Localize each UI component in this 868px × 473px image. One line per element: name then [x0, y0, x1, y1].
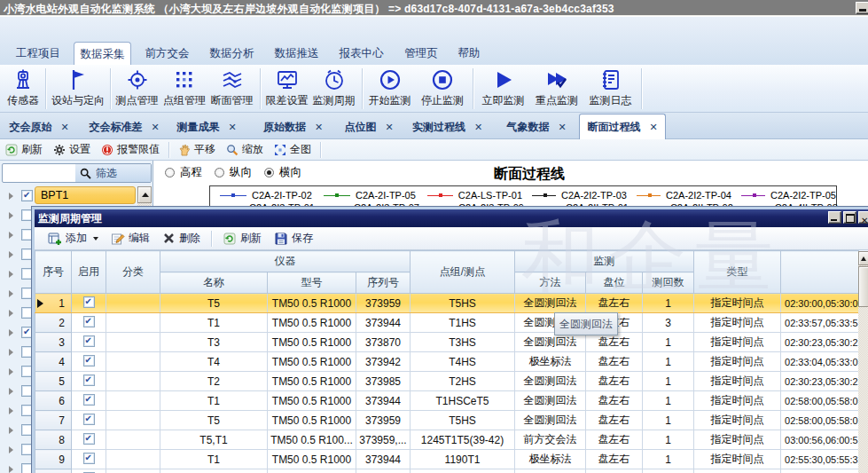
expander-icon[interactable]: [9, 388, 13, 395]
minimize-button[interactable]: [856, 2, 868, 14]
row-checkbox[interactable]: [83, 335, 95, 347]
cell-category[interactable]: [106, 352, 160, 372]
expander-icon[interactable]: [9, 446, 13, 453]
document-tab[interactable]: 原始数据 ✕: [254, 115, 332, 139]
cell-cycles[interactable]: 1: [643, 294, 694, 313]
save-button[interactable]: 保存: [268, 229, 319, 248]
cell-name[interactable]: T2: [160, 372, 268, 391]
column-header-face[interactable]: 盘位: [586, 272, 643, 294]
cell-category[interactable]: [106, 450, 160, 469]
cell-face[interactable]: 盘左右: [586, 450, 643, 469]
cell-face[interactable]: 盘左右: [586, 352, 643, 372]
grid-vertical-scrollbar[interactable]: [858, 251, 868, 473]
cell-model[interactable]: TM50 0.5 R1000: [268, 352, 356, 372]
cell-enabled[interactable]: [72, 450, 106, 469]
cell-serial[interactable]: 373944: [356, 313, 411, 333]
cell-face[interactable]: [586, 469, 643, 473]
document-tab[interactable]: 实测过程线 ✕: [403, 115, 491, 139]
row-checkbox[interactable]: [83, 433, 95, 445]
cell-time[interactable]: 02:30:23,05:30:2: [781, 372, 859, 391]
cell-cycles[interactable]: [643, 469, 694, 473]
close-tab-icon[interactable]: ✕: [60, 122, 68, 133]
expander-icon[interactable]: [9, 310, 13, 317]
cell-category[interactable]: [106, 313, 160, 333]
cell-type[interactable]: 指定时间点: [694, 294, 781, 313]
cell-enabled[interactable]: [72, 469, 106, 473]
cell-enabled[interactable]: [72, 352, 106, 372]
cell-cycles[interactable]: 1: [643, 333, 694, 352]
cell-serial[interactable]: 373959: [356, 294, 411, 313]
cell-name[interactable]: T3: [160, 333, 268, 352]
close-tab-icon[interactable]: ✕: [558, 122, 566, 133]
zoom-button[interactable]: 缩放: [221, 140, 269, 160]
cell-method[interactable]: [515, 469, 586, 473]
dialog-refresh-button[interactable]: 刷新: [216, 229, 268, 248]
cell-time[interactable]: 03:00:56,06:00:5: [781, 430, 859, 450]
cell-category[interactable]: [106, 411, 160, 430]
cell-serial[interactable]: 373959: [356, 411, 411, 430]
ribbon-button-stop[interactable]: 停止监测: [418, 67, 467, 111]
scroll-up-icon[interactable]: [858, 251, 868, 265]
cell-enabled[interactable]: [72, 294, 106, 313]
cell-serial[interactable]: 373985: [356, 372, 411, 391]
expander-icon[interactable]: [9, 271, 13, 278]
expander-icon[interactable]: [9, 368, 13, 375]
table-row[interactable]: 2 T1 TM50 0.5 R1000 373944 T1HS 全圆测回法 盘左…: [35, 313, 859, 333]
expander-icon[interactable]: [9, 193, 13, 200]
close-tab-icon[interactable]: ✕: [151, 122, 159, 133]
close-tab-icon[interactable]: ✕: [315, 122, 323, 133]
expander-icon[interactable]: [9, 407, 13, 414]
column-header-enabled[interactable]: 启用: [72, 251, 106, 294]
cell-category[interactable]: [106, 469, 160, 473]
cell-pointgroup[interactable]: [411, 469, 515, 473]
menu-tab[interactable]: 数据推送: [268, 42, 325, 65]
radio-option[interactable]: 纵向: [215, 165, 252, 180]
cell-seq[interactable]: 3: [35, 333, 72, 352]
cell-pointgroup[interactable]: T5HS: [411, 411, 515, 430]
expander-icon[interactable]: [9, 232, 13, 239]
add-button[interactable]: 添加: [42, 229, 105, 248]
dialog-titlebar[interactable]: 监测周期管理: [35, 209, 868, 227]
cell-seq[interactable]: 7: [35, 411, 72, 430]
column-header-serial[interactable]: 序列号: [356, 272, 411, 294]
cell-enabled[interactable]: [72, 372, 106, 391]
refresh-button[interactable]: 刷新: [0, 140, 48, 160]
close-tab-icon[interactable]: ✕: [385, 122, 393, 133]
menu-tab[interactable]: 工程项目: [9, 42, 67, 65]
row-checkbox[interactable]: [83, 296, 95, 308]
row-checkbox[interactable]: [83, 316, 95, 327]
cell-cycles[interactable]: 3: [643, 313, 694, 333]
cell-method[interactable]: 全圆测回法: [515, 411, 586, 430]
cell-type[interactable]: 指定时间点: [694, 372, 781, 391]
ribbon-button-immediate[interactable]: 立即监测: [479, 67, 528, 111]
row-checkbox[interactable]: [83, 394, 95, 406]
cell-seq[interactable]: 9: [35, 450, 72, 469]
cell-name[interactable]: T1: [160, 450, 268, 469]
column-header-type[interactable]: 类型: [694, 251, 781, 294]
cell-name[interactable]: T5: [160, 411, 268, 430]
edit-button[interactable]: 编辑: [105, 229, 156, 248]
row-checkbox[interactable]: [83, 374, 95, 386]
expander-icon[interactable]: [9, 349, 13, 356]
expander-icon[interactable]: [9, 251, 13, 258]
cell-name[interactable]: T1: [160, 391, 268, 411]
document-tab[interactable]: 测量成果 ✕: [167, 115, 246, 139]
cell-face[interactable]: 盘左右: [586, 411, 643, 430]
dialog-minimize-button[interactable]: [828, 211, 841, 224]
cell-category[interactable]: [106, 391, 160, 411]
cell-pointgroup[interactable]: 1245T1T5(39-42): [411, 430, 515, 450]
menu-tab[interactable]: 帮助: [451, 42, 487, 65]
column-header-time[interactable]: [781, 251, 859, 294]
cell-seq[interactable]: [35, 469, 72, 473]
column-header-category[interactable]: 分类: [106, 251, 160, 294]
expander-icon[interactable]: [9, 212, 13, 219]
ribbon-button-cycle[interactable]: 监测周期: [309, 67, 358, 111]
table-row[interactable]: 4 T4 TM50 0.5 R1000 373942 T4HS 极坐标法 盘左右…: [35, 352, 859, 372]
fit-button[interactable]: 全图: [269, 140, 317, 160]
cell-enabled[interactable]: [72, 333, 106, 352]
cell-time[interactable]: 02:58:00,05:58:0: [781, 391, 859, 411]
cell-model[interactable]: TM50 0.5 R1000: [268, 391, 356, 411]
ribbon-button-limits[interactable]: 限差设置: [262, 67, 311, 111]
tree-item[interactable]: BPT1: [0, 186, 153, 206]
close-tab-icon[interactable]: ✕: [228, 122, 236, 133]
